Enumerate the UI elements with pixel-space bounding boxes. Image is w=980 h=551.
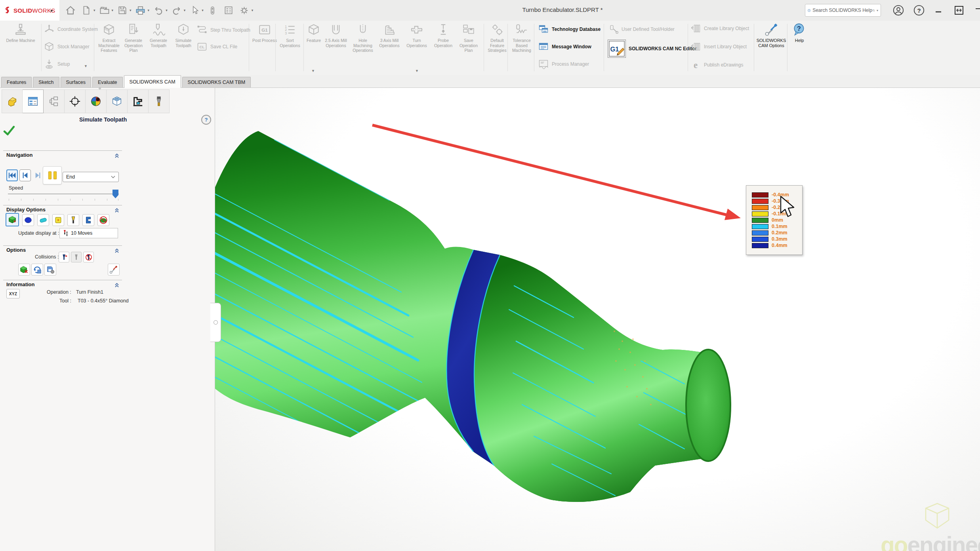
ribbon-setup[interactable]: Setup (44, 59, 70, 70)
ribbon-feature[interactable]: Feature (305, 23, 322, 43)
tab-surfaces[interactable]: Surfaces (61, 77, 91, 87)
home-icon[interactable] (63, 2, 78, 18)
undo-dropdown-caret[interactable]: ▾ (166, 8, 168, 12)
stock-display-button[interactable] (6, 213, 19, 226)
ribbon-generate-operation-plan[interactable]: Generate Operation Plan (121, 23, 146, 53)
ribbon-process-manager[interactable]: Process Manager (538, 59, 589, 70)
options-header[interactable]: Options (6, 247, 26, 253)
collapse-display-options-icon[interactable] (114, 207, 120, 213)
ok-check-icon[interactable] (3, 125, 15, 137)
ribbon-hole-machining-operations[interactable]: Hole Machining Operations (349, 23, 376, 53)
tab-solidworks-cam-tbm[interactable]: SOLIDWORKS CAM TBM (182, 77, 251, 87)
tab-features[interactable]: Features (1, 77, 32, 87)
tab-dimxpert-manager[interactable] (65, 89, 86, 113)
tab-evaluate[interactable]: Evaluate (92, 77, 123, 87)
navigation-header[interactable]: Navigation (6, 152, 32, 158)
rebuild-icon[interactable] (205, 2, 221, 18)
ignore-collision-button[interactable] (83, 252, 94, 262)
display-options-header[interactable]: Display Options (6, 207, 46, 213)
operations-group-dropdown-caret[interactable]: ▼ (415, 69, 419, 73)
graphics-viewport[interactable]: -0.4mm -0.3mm -0.2mm -0.1mm 0mm 0.1mm 0.… (215, 88, 980, 551)
pause-button[interactable] (43, 166, 62, 184)
collapse-options-icon[interactable] (114, 248, 120, 253)
customize-button[interactable] (108, 264, 120, 276)
search-dropdown-caret[interactable]: ▾ (877, 9, 878, 12)
restore-button[interactable] (953, 3, 965, 17)
ribbon-tolerance-based-machining[interactable]: Tolerance Based Machining (510, 23, 533, 53)
pause-on-collision-button[interactable] (71, 252, 82, 262)
ribbon-coordinate-system[interactable]: Coordinate System (44, 24, 98, 35)
ribbon-message-window[interactable]: Message Window (538, 41, 591, 52)
open-icon[interactable] (97, 2, 112, 18)
speed-slider-track[interactable] (8, 194, 119, 195)
save-icon[interactable] (114, 2, 130, 18)
ribbon-step-thru-toolpath[interactable]: Step Thru Toolpath (196, 25, 250, 36)
ribbon-sort-operations[interactable]: Sort Operations (277, 23, 303, 48)
hide-tool-button[interactable] (97, 214, 109, 226)
close-button[interactable] (974, 3, 980, 17)
ribbon-solidworks-cam-options[interactable]: SOLIDWORKS CAM Options (756, 23, 787, 48)
stop-on-collision-button[interactable] (59, 252, 69, 262)
save-settings-button[interactable] (44, 264, 56, 276)
ribbon-generate-toolpath[interactable]: Generate Toolpath (146, 23, 171, 48)
new-document-icon[interactable] (78, 2, 94, 18)
step-back-button[interactable] (19, 169, 31, 181)
options-gear-icon[interactable] (236, 2, 252, 18)
target-part-button[interactable] (22, 214, 34, 226)
tab-display-manager[interactable] (86, 89, 107, 113)
redo-dropdown-caret[interactable]: ▾ (184, 8, 186, 12)
collapse-navigation-icon[interactable] (114, 153, 120, 158)
redo-icon[interactable] (169, 2, 185, 18)
ribbon-solidworks-cam-nc-editor[interactable]: SOLIDWORKS CAM NC Editor (608, 40, 697, 58)
ribbon-save-cl-file[interactable]: Save CL File (196, 41, 237, 52)
print-icon[interactable] (133, 2, 149, 18)
tool-shaded-button[interactable] (37, 214, 49, 226)
select-icon[interactable] (187, 2, 202, 18)
stock-wireframe-button[interactable] (52, 214, 64, 226)
ribbon-technology-database[interactable]: Technology Database (538, 24, 601, 35)
tab-sketch[interactable]: Sketch (33, 77, 59, 87)
tab-property-manager[interactable] (23, 89, 44, 113)
open-dropdown-caret[interactable]: ▾ (112, 8, 114, 12)
part-model[interactable] (215, 131, 730, 502)
ribbon-help[interactable]: Help (789, 23, 810, 43)
tab-cam-tools[interactable] (149, 89, 170, 113)
ribbon-default-feature-strategies[interactable]: Default Feature Strategies (486, 23, 509, 53)
ribbon-3-axis-mill-operations[interactable]: 3 Axis Mill Operations (376, 23, 402, 48)
print-dropdown-caret[interactable]: ▾ (148, 8, 150, 12)
options-dropdown-caret[interactable]: ▾ (252, 8, 254, 12)
tab-feature-manager[interactable] (2, 89, 23, 113)
user-account-icon[interactable] (891, 3, 906, 17)
tab-solidworks-cam[interactable]: SOLIDWORKS CAM (124, 75, 181, 88)
search-input[interactable]: ? Search SOLIDWORKS Help ▾ (805, 4, 881, 17)
setup-dropdown-caret[interactable]: ▼ (84, 64, 88, 68)
ribbon-define-machine[interactable]: Define Machine (2, 23, 39, 43)
speed-slider-handle[interactable] (112, 190, 118, 198)
tool-display-button[interactable] (67, 214, 79, 226)
panel-help-icon[interactable]: ? (201, 115, 211, 125)
ribbon-extract-machinable-features[interactable]: Extract Machinable Features (97, 23, 121, 53)
properties-icon[interactable] (221, 2, 236, 18)
help-icon[interactable]: ? (912, 3, 926, 17)
tab-cam-feature-tree[interactable] (107, 89, 128, 113)
ribbon-user-defined-tool-holder[interactable]: User Defined Tool/Holder (608, 24, 675, 35)
ribbon-probe-operation[interactable]: Probe Operation (431, 23, 456, 48)
tab-cam-operation-tree[interactable] (128, 89, 149, 113)
ribbon-insert-library-object[interactable]: Insert Library Object (690, 41, 747, 52)
tab-configuration-manager[interactable] (44, 89, 65, 113)
xyz-button[interactable]: XYZ (6, 289, 20, 298)
position-dropdown[interactable]: End (63, 172, 119, 182)
step-forward-button[interactable] (32, 169, 43, 181)
holder-display-button[interactable] (82, 214, 94, 226)
ribbon-post-process[interactable]: Post Process (252, 23, 277, 43)
close-simulation-button[interactable] (18, 264, 30, 276)
ribbon-turn-operations[interactable]: Turn Operations (404, 23, 429, 48)
ribbon-save-operation-plan[interactable]: Save Operation Plan (456, 23, 481, 53)
information-header[interactable]: Information (6, 281, 35, 287)
ribbon-25-axis-mill-operations[interactable]: 2.5 Axis Mill Operations (323, 23, 349, 48)
update-display-value-button[interactable]: 10 Moves (59, 228, 118, 238)
new-dropdown-caret[interactable]: ▾ (93, 8, 95, 12)
tool-settings-button[interactable] (31, 264, 43, 276)
ribbon-stock-manager[interactable]: Stock Manager (44, 41, 90, 52)
save-dropdown-caret[interactable]: ▾ (130, 8, 132, 12)
